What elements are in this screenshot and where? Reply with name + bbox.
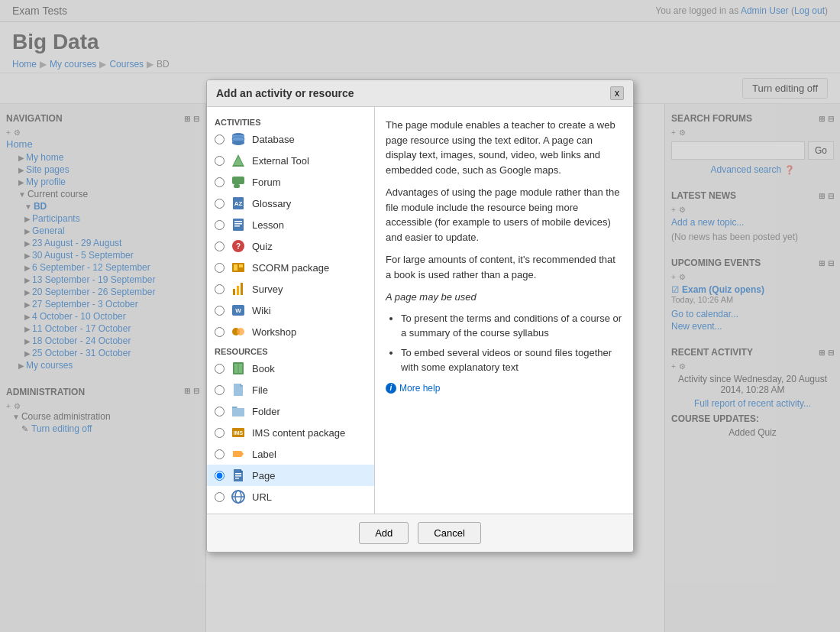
svg-rect-12: [234, 223, 242, 225]
modal-item-external-tool[interactable]: External Tool: [207, 150, 374, 171]
workshop-icon: [231, 324, 246, 339]
modal-item-wiki[interactable]: W Wiki: [207, 300, 374, 321]
radio-wiki[interactable]: [215, 306, 225, 316]
file-icon: [231, 382, 246, 397]
lesson-label: Lesson: [252, 219, 284, 231]
svg-rect-21: [241, 283, 243, 295]
svg-rect-33: [235, 478, 239, 479]
info-icon: i: [386, 383, 396, 394]
modal-dialog: Add an activity or resource x ACTIVITIES…: [206, 79, 634, 553]
workshop-label: Workshop: [252, 326, 296, 338]
survey-label: Survey: [252, 284, 283, 295]
file-label: File: [252, 384, 268, 396]
modal-item-forum[interactable]: Forum: [207, 171, 374, 193]
book-label: Book: [252, 363, 275, 374]
modal-body: ACTIVITIES Database External Tool: [207, 107, 633, 514]
ims-label: IMS content package: [252, 427, 345, 439]
radio-forum[interactable]: [215, 177, 225, 187]
svg-text:?: ?: [236, 242, 241, 251]
modal-footer: Add Cancel: [207, 514, 633, 552]
modal-item-file[interactable]: File: [207, 379, 374, 400]
modal-list: ACTIVITIES Database External Tool: [207, 107, 375, 514]
radio-book[interactable]: [215, 364, 225, 374]
modal-item-lesson[interactable]: Lesson: [207, 214, 374, 235]
radio-survey[interactable]: [215, 284, 225, 294]
lesson-icon: [231, 217, 246, 232]
radio-lesson[interactable]: [215, 220, 225, 230]
svg-text:W: W: [235, 307, 241, 314]
svg-rect-19: [233, 289, 235, 295]
scorm-icon: [231, 260, 246, 275]
modal-item-scorm[interactable]: SCORM package: [207, 257, 374, 278]
modal-cancel-button[interactable]: Cancel: [418, 522, 480, 544]
svg-rect-13: [234, 225, 240, 227]
modal-item-url[interactable]: URL: [207, 486, 374, 507]
external-tool-label: External Tool: [252, 155, 309, 167]
modal-item-page[interactable]: Page: [207, 465, 374, 486]
modal-item-folder[interactable]: Folder: [207, 400, 374, 422]
svg-text:IMS: IMS: [234, 430, 244, 436]
glossary-icon: AZ: [231, 196, 246, 211]
ims-icon: IMS: [231, 425, 246, 440]
modal-item-ims[interactable]: IMS IMS content package: [207, 422, 374, 443]
folder-label: Folder: [252, 406, 280, 417]
radio-folder[interactable]: [215, 407, 225, 416]
svg-rect-17: [234, 264, 237, 271]
book-icon: [231, 361, 246, 376]
modal-item-book[interactable]: Book: [207, 358, 374, 379]
page-icon: [231, 468, 246, 483]
radio-page[interactable]: [215, 471, 225, 481]
url-label: URL: [252, 491, 272, 503]
radio-glossary[interactable]: [215, 199, 225, 209]
forum-icon: [231, 174, 246, 190]
modal-add-button[interactable]: Add: [359, 522, 409, 544]
quiz-label: Quiz: [252, 241, 273, 252]
forum-label: Forum: [252, 177, 281, 188]
modal-item-label[interactable]: Label: [207, 443, 374, 465]
modal-item-glossary[interactable]: AZ Glossary: [207, 193, 374, 214]
svg-rect-18: [239, 264, 243, 267]
radio-database[interactable]: [215, 135, 225, 144]
activities-section-label: ACTIVITIES: [207, 113, 374, 128]
label-icon: [231, 446, 246, 462]
radio-url[interactable]: [215, 492, 225, 502]
svg-rect-31: [235, 473, 241, 475]
url-icon: [231, 489, 246, 504]
svg-rect-20: [237, 286, 239, 295]
modal-item-survey[interactable]: Survey: [207, 278, 374, 300]
svg-text:AZ: AZ: [234, 200, 243, 207]
description-bullets: To present the terms and conditions of a…: [401, 311, 622, 375]
label-label: Label: [252, 449, 276, 460]
folder-icon: [231, 404, 246, 419]
radio-file[interactable]: [215, 385, 225, 395]
svg-rect-11: [234, 221, 242, 222]
external-tool-icon: [231, 153, 246, 168]
modal-title: Add an activity or resource: [216, 87, 354, 99]
bullet-1: To present the terms and conditions of a…: [401, 311, 622, 341]
modal-content: The page module enables a teacher to cre…: [375, 107, 633, 514]
bullet-2: To embed several videos or sound files t…: [401, 345, 622, 375]
svg-rect-6: [232, 177, 244, 184]
radio-quiz[interactable]: [215, 241, 225, 251]
radio-external-tool[interactable]: [215, 156, 225, 166]
description-para3: For large amounts of content, it's recom…: [386, 252, 622, 282]
modal-header: Add an activity or resource x: [207, 80, 633, 107]
more-help-link[interactable]: i More help: [386, 381, 622, 395]
radio-scorm[interactable]: [215, 263, 225, 273]
svg-rect-32: [235, 475, 241, 477]
modal-close-button[interactable]: x: [610, 86, 624, 100]
svg-rect-7: [234, 184, 240, 188]
modal-item-workshop[interactable]: Workshop: [207, 321, 374, 342]
resources-section-label: RESOURCES: [207, 342, 374, 358]
may-be-used-text: A page may be used: [386, 290, 622, 305]
database-icon: [231, 131, 246, 147]
radio-label[interactable]: [215, 449, 225, 459]
radio-workshop[interactable]: [215, 327, 225, 337]
wiki-label: Wiki: [252, 305, 271, 316]
glossary-label: Glossary: [252, 198, 291, 209]
modal-item-database[interactable]: Database: [207, 128, 374, 150]
radio-ims[interactable]: [215, 428, 225, 438]
modal-item-quiz[interactable]: ? Quiz: [207, 235, 374, 257]
database-label: Database: [252, 134, 295, 145]
svg-rect-10: [233, 219, 244, 231]
